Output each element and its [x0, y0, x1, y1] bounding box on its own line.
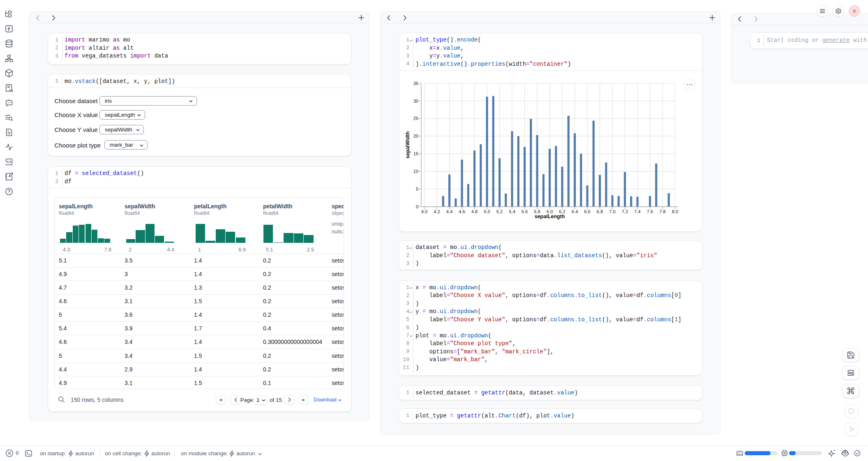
svg-text:20: 20 — [413, 134, 418, 138]
svg-text:4.6: 4.6 — [459, 209, 465, 214]
svg-text:8.0: 8.0 — [672, 209, 678, 214]
svg-text:10: 10 — [413, 169, 418, 174]
svg-text:30: 30 — [413, 99, 418, 104]
svg-text:6.8: 6.8 — [597, 209, 603, 214]
svg-text:5.6: 5.6 — [522, 209, 528, 214]
svg-text:5.0: 5.0 — [484, 209, 490, 214]
svg-text:7.8: 7.8 — [659, 209, 665, 214]
svg-text:25: 25 — [413, 116, 418, 121]
svg-text:5.4: 5.4 — [509, 209, 515, 214]
svg-text:4.8: 4.8 — [471, 209, 478, 214]
svg-text:15: 15 — [413, 151, 418, 156]
svg-text:0: 0 — [416, 204, 418, 209]
svg-text:4.4: 4.4 — [446, 209, 452, 214]
svg-text:4.2: 4.2 — [434, 209, 440, 214]
svg-text:7.6: 7.6 — [647, 209, 653, 214]
svg-text:6.4: 6.4 — [572, 209, 578, 214]
svg-text:35: 35 — [413, 81, 418, 86]
svg-text:7.2: 7.2 — [622, 209, 628, 214]
svg-text:4.0: 4.0 — [421, 209, 427, 214]
svg-text:5: 5 — [416, 187, 418, 191]
svg-text:7.4: 7.4 — [634, 209, 640, 214]
svg-text:5.2: 5.2 — [496, 209, 503, 214]
svg-text:sepalWidth: sepalWidth — [405, 131, 411, 159]
svg-text:6.6: 6.6 — [584, 209, 590, 214]
svg-text:7.0: 7.0 — [609, 209, 615, 214]
svg-text:sepalLength: sepalLength — [535, 214, 565, 219]
